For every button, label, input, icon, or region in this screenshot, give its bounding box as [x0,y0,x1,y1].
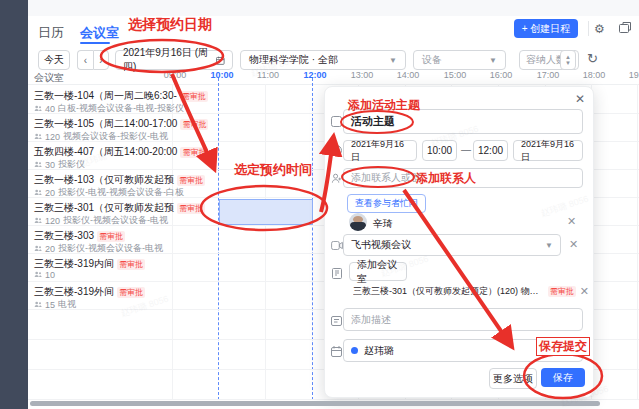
attendee-avatar [349,213,367,231]
description-icon [330,314,343,327]
hour-tick: 12:00 [303,70,326,80]
remove-attendee-icon[interactable]: ✕ [567,215,576,228]
clock-icon [330,144,343,157]
time-range-dash: — [461,144,471,155]
end-time-input[interactable]: 12:00 [473,140,508,161]
save-button[interactable]: 保存 [541,368,585,387]
tab-meeting-rooms[interactable]: 会议室 [80,24,119,42]
building-filter-dropdown[interactable]: 物理科学学院 · 全部▼ [240,50,406,70]
hour-tick: 13:00 [351,70,374,80]
meeting-room-icon [330,267,343,280]
description-placeholder: 添加描述 [351,313,391,327]
hour-tick: 11:00 [257,70,279,80]
attendees-icon [330,172,343,185]
capacity-icon [34,133,42,141]
capacity-icon [34,245,42,253]
approval-badge: 需审批 [177,175,205,186]
prev-day-button[interactable]: ‹ [77,50,93,70]
remove-room-icon[interactable]: ✕ [580,285,589,298]
device-filter-placeholder: 设备 [422,53,442,67]
hour-tick: 15:00 [444,70,467,80]
hour-tick: 10:00 [210,70,233,80]
subject-value: 活动主题 [351,114,395,129]
room-capacity: 30 [45,160,55,170]
annotation-pick-time: 选定预约时间 [234,161,312,179]
room-name: 三教三楼-303 [34,229,94,243]
chevron-down-icon: ▼ [545,241,553,250]
annotation-add-subject: 添加活动主题 [348,97,420,114]
room-name: 三教一楼-103（仅可教师发起预 [34,173,174,187]
hour-tick: 16:00 [490,70,513,80]
app-sidebar [0,0,28,409]
room-capacity: 120 [45,132,60,142]
subject-icon [330,115,343,128]
approval-badge: 需审批 [117,259,145,270]
hour-tick: 17:00 [537,70,560,80]
hour-tick: 14:00 [397,70,420,80]
date-picker[interactable]: 2021年9月16日 (周四) [115,50,233,70]
grid-header-divider [28,84,639,85]
settings-gear-icon[interactable]: ⚙ [594,22,605,36]
room-capacity: 10 [45,270,55,280]
open-window-icon[interactable] [619,22,631,36]
hour-tick: 19:00 [629,70,639,80]
attendee-name: 辛琦 [373,217,393,231]
annotation-pick-date: 选择预约日期 [128,16,212,34]
calendar-owner-value: 赵玮璐 [364,344,394,358]
remove-video-meeting-icon[interactable]: ✕ [569,238,578,251]
room-name: 三教一楼-105（周二14:00-17:00 [34,117,177,131]
description-input[interactable]: 添加描述 [343,308,583,331]
today-button[interactable]: 今天 [38,50,70,70]
room-name: 三教三楼-319外间 [34,285,114,299]
window-titlebar [28,0,639,16]
room-capacity: 40 [45,104,55,114]
active-tab-underline [80,42,110,44]
chevron-down-icon: ▼ [489,56,497,65]
approval-badge: 需审批 [97,231,125,242]
approval-badge: 需审批 [177,203,205,214]
close-icon[interactable]: ✕ [575,92,585,106]
capacity-stepper[interactable]: ▲▼ [560,50,576,70]
capacity-icon [34,301,42,309]
next-day-button[interactable]: › [93,50,109,70]
horizontal-scrollbar[interactable] [30,401,600,406]
contacts-placeholder: 添加联系人或群 [351,171,421,185]
video-meeting-select[interactable]: 飞书视频会议 ▼ [343,234,561,256]
approval-badge: 需审批 [180,119,208,130]
more-options-button[interactable]: 更多选项 [489,368,537,389]
room-capacity: 15 [45,300,55,310]
view-busy-free-button[interactable]: 查看参与者忙闲 [347,194,426,213]
calendar-color-dot [351,347,358,354]
calendar-select-icon [330,345,343,358]
start-date-input[interactable]: 2021年9月16日 [343,140,417,161]
capacity-icon [34,217,42,225]
chevron-down-icon: ▼ [389,56,397,65]
video-meeting-icon [330,239,343,252]
tab-calendar[interactable]: 日历 [38,24,64,42]
capacity-icon [34,161,42,169]
selected-room-chip[interactable]: 三教三楼-301（仅可教师发起预定）(120) 物理科学学院 需审批 ✕ [353,285,589,298]
start-time-input[interactable]: 10:00 [422,140,457,161]
hour-tick: 09:00 [164,70,187,80]
meeting-room-booking-app: – ▢ ✕ 玮璐 16 1 ★ ✔ … + ✿ 日历 会议室 + 创建日程 ⚙ … [0,0,639,409]
device-filter-dropdown[interactable]: 设备▼ [413,50,506,70]
capacity-icon [34,271,42,279]
approval-badge: 需审批 [180,91,208,102]
capacity-icon [34,189,42,197]
room-name: 三教一楼-104（周一周二晚6:30- [34,89,177,103]
end-date-input[interactable]: 2021年9月16日 [513,140,583,161]
annotation-add-contacts: 添加联系人 [416,170,476,187]
capacity-icon [34,105,42,113]
room-capacity: 20 [45,244,55,254]
add-meeting-room-button[interactable]: 添加会议室 [349,262,407,281]
rooms-column-header: 会议室 [34,71,64,85]
room-name: 三教三楼-319内间 [34,257,114,271]
refresh-icon[interactable]: ↻ [587,51,598,66]
room-name: 五教四楼-407（周五14:00-20:00 [34,145,177,159]
approval-badge: 需审批 [117,287,145,298]
hour-tick: 18:00 [583,70,606,80]
selected-time-slot[interactable] [219,199,313,225]
building-filter-value: 物理科学学院 · 全部 [249,53,338,67]
room-capacity: 20 [45,188,55,198]
create-event-button[interactable]: + 创建日程 [514,19,578,38]
